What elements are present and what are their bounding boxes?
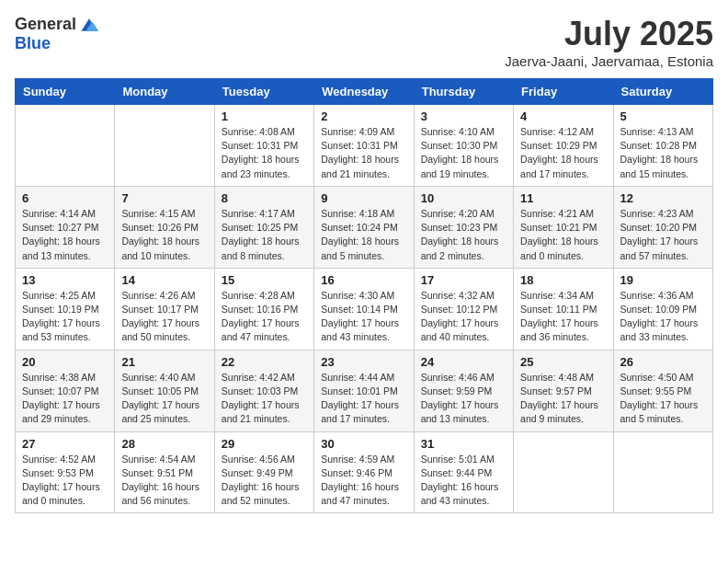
calendar-cell: 19Sunrise: 4:36 AM Sunset: 10:09 PM Dayl… bbox=[613, 268, 712, 350]
calendar-cell bbox=[514, 431, 613, 513]
day-number: 14 bbox=[121, 273, 207, 287]
day-number: 19 bbox=[620, 273, 706, 287]
day-number: 27 bbox=[22, 437, 108, 451]
calendar-week-row: 1Sunrise: 4:08 AM Sunset: 10:31 PM Dayli… bbox=[16, 105, 713, 187]
calendar-cell: 22Sunrise: 4:42 AM Sunset: 10:03 PM Dayl… bbox=[214, 350, 313, 431]
calendar-cell: 10Sunrise: 4:20 AM Sunset: 10:23 PM Dayl… bbox=[414, 186, 513, 268]
calendar-cell: 7Sunrise: 4:15 AM Sunset: 10:26 PM Dayli… bbox=[115, 186, 214, 268]
calendar-cell: 20Sunrise: 4:38 AM Sunset: 10:07 PM Dayl… bbox=[16, 350, 115, 431]
calendar-cell: 30Sunrise: 4:59 AM Sunset: 9:46 PM Dayli… bbox=[314, 431, 414, 513]
day-info: Sunrise: 4:50 AM Sunset: 9:55 PM Dayligh… bbox=[620, 371, 706, 427]
day-info: Sunrise: 4:48 AM Sunset: 9:57 PM Dayligh… bbox=[520, 371, 606, 427]
weekday-header-monday: Monday bbox=[115, 79, 214, 105]
calendar-table: SundayMondayTuesdayWednesdayThursdayFrid… bbox=[15, 78, 713, 513]
title-area: July 2025 Jaerva-Jaani, Jaervamaa, Eston… bbox=[505, 15, 713, 69]
day-number: 16 bbox=[321, 273, 406, 287]
calendar-cell: 21Sunrise: 4:40 AM Sunset: 10:05 PM Dayl… bbox=[115, 350, 214, 431]
calendar-cell: 27Sunrise: 4:52 AM Sunset: 9:53 PM Dayli… bbox=[16, 431, 115, 513]
day-number: 22 bbox=[222, 355, 307, 369]
weekday-header-thursday: Thursday bbox=[414, 79, 513, 105]
calendar-cell: 18Sunrise: 4:34 AM Sunset: 10:11 PM Dayl… bbox=[514, 268, 613, 350]
day-info: Sunrise: 4:59 AM Sunset: 9:46 PM Dayligh… bbox=[321, 453, 406, 509]
day-info: Sunrise: 4:17 AM Sunset: 10:25 PM Daylig… bbox=[222, 207, 307, 263]
day-info: Sunrise: 4:10 AM Sunset: 10:30 PM Daylig… bbox=[421, 125, 506, 181]
calendar-week-row: 13Sunrise: 4:25 AM Sunset: 10:19 PM Dayl… bbox=[16, 268, 713, 350]
day-info: Sunrise: 4:30 AM Sunset: 10:14 PM Daylig… bbox=[321, 289, 406, 345]
day-number: 17 bbox=[421, 273, 506, 287]
calendar-cell: 28Sunrise: 4:54 AM Sunset: 9:51 PM Dayli… bbox=[115, 431, 214, 513]
logo-icon bbox=[78, 17, 100, 33]
calendar-cell: 1Sunrise: 4:08 AM Sunset: 10:31 PM Dayli… bbox=[214, 105, 313, 187]
day-info: Sunrise: 4:52 AM Sunset: 9:53 PM Dayligh… bbox=[22, 453, 108, 509]
day-number: 26 bbox=[620, 355, 706, 369]
day-info: Sunrise: 4:18 AM Sunset: 10:24 PM Daylig… bbox=[321, 207, 406, 263]
calendar-cell: 2Sunrise: 4:09 AM Sunset: 10:31 PM Dayli… bbox=[314, 105, 414, 187]
month-title: July 2025 bbox=[505, 15, 713, 53]
day-info: Sunrise: 4:28 AM Sunset: 10:16 PM Daylig… bbox=[222, 289, 307, 345]
day-info: Sunrise: 4:42 AM Sunset: 10:03 PM Daylig… bbox=[222, 371, 307, 427]
day-info: Sunrise: 4:38 AM Sunset: 10:07 PM Daylig… bbox=[22, 371, 108, 427]
day-number: 21 bbox=[121, 355, 207, 369]
weekday-header-sunday: Sunday bbox=[16, 79, 115, 105]
day-info: Sunrise: 4:25 AM Sunset: 10:19 PM Daylig… bbox=[22, 289, 108, 345]
day-number: 5 bbox=[620, 109, 706, 123]
day-info: Sunrise: 4:20 AM Sunset: 10:23 PM Daylig… bbox=[421, 207, 506, 263]
calendar-cell: 3Sunrise: 4:10 AM Sunset: 10:30 PM Dayli… bbox=[414, 105, 513, 187]
day-number: 31 bbox=[421, 437, 506, 451]
day-number: 10 bbox=[421, 191, 506, 205]
day-number: 6 bbox=[22, 191, 108, 205]
calendar-cell: 23Sunrise: 4:44 AM Sunset: 10:01 PM Dayl… bbox=[314, 350, 414, 431]
calendar-cell: 26Sunrise: 4:50 AM Sunset: 9:55 PM Dayli… bbox=[613, 350, 712, 431]
day-number: 23 bbox=[321, 355, 406, 369]
calendar-cell bbox=[613, 431, 712, 513]
day-info: Sunrise: 4:14 AM Sunset: 10:27 PM Daylig… bbox=[22, 207, 108, 263]
location-title: Jaerva-Jaani, Jaervamaa, Estonia bbox=[505, 53, 713, 69]
day-number: 3 bbox=[421, 109, 506, 123]
day-number: 7 bbox=[121, 191, 207, 205]
calendar-cell bbox=[115, 105, 214, 187]
day-info: Sunrise: 4:54 AM Sunset: 9:51 PM Dayligh… bbox=[121, 453, 207, 509]
day-info: Sunrise: 5:01 AM Sunset: 9:44 PM Dayligh… bbox=[421, 453, 506, 509]
calendar-cell: 17Sunrise: 4:32 AM Sunset: 10:12 PM Dayl… bbox=[414, 268, 513, 350]
day-info: Sunrise: 4:15 AM Sunset: 10:26 PM Daylig… bbox=[121, 207, 207, 263]
calendar-cell: 16Sunrise: 4:30 AM Sunset: 10:14 PM Dayl… bbox=[314, 268, 414, 350]
day-number: 18 bbox=[520, 273, 606, 287]
day-number: 15 bbox=[222, 273, 307, 287]
calendar-cell: 29Sunrise: 4:56 AM Sunset: 9:49 PM Dayli… bbox=[214, 431, 313, 513]
calendar-week-row: 27Sunrise: 4:52 AM Sunset: 9:53 PM Dayli… bbox=[16, 431, 713, 513]
day-info: Sunrise: 4:12 AM Sunset: 10:29 PM Daylig… bbox=[520, 125, 606, 181]
day-number: 29 bbox=[222, 437, 307, 451]
day-info: Sunrise: 4:36 AM Sunset: 10:09 PM Daylig… bbox=[620, 289, 706, 345]
day-number: 8 bbox=[222, 191, 307, 205]
day-info: Sunrise: 4:40 AM Sunset: 10:05 PM Daylig… bbox=[121, 371, 207, 427]
calendar-cell: 5Sunrise: 4:13 AM Sunset: 10:28 PM Dayli… bbox=[613, 105, 712, 187]
day-number: 30 bbox=[321, 437, 406, 451]
weekday-header-tuesday: Tuesday bbox=[214, 79, 313, 105]
day-info: Sunrise: 4:34 AM Sunset: 10:11 PM Daylig… bbox=[520, 289, 606, 345]
day-number: 4 bbox=[520, 109, 606, 123]
day-info: Sunrise: 4:32 AM Sunset: 10:12 PM Daylig… bbox=[421, 289, 506, 345]
day-number: 28 bbox=[121, 437, 207, 451]
calendar-cell: 14Sunrise: 4:26 AM Sunset: 10:17 PM Dayl… bbox=[115, 268, 214, 350]
day-number: 12 bbox=[620, 191, 706, 205]
logo: General Blue bbox=[15, 15, 100, 53]
calendar-cell bbox=[16, 105, 115, 187]
calendar-cell: 24Sunrise: 4:46 AM Sunset: 9:59 PM Dayli… bbox=[414, 350, 513, 431]
calendar-week-row: 6Sunrise: 4:14 AM Sunset: 10:27 PM Dayli… bbox=[16, 186, 713, 268]
logo-general-text: General bbox=[15, 15, 76, 34]
day-info: Sunrise: 4:26 AM Sunset: 10:17 PM Daylig… bbox=[121, 289, 207, 345]
weekday-header-saturday: Saturday bbox=[613, 79, 712, 105]
day-info: Sunrise: 4:44 AM Sunset: 10:01 PM Daylig… bbox=[321, 371, 406, 427]
day-info: Sunrise: 4:46 AM Sunset: 9:59 PM Dayligh… bbox=[421, 371, 506, 427]
weekday-header-row: SundayMondayTuesdayWednesdayThursdayFrid… bbox=[16, 79, 713, 105]
day-number: 1 bbox=[222, 109, 307, 123]
calendar-cell: 8Sunrise: 4:17 AM Sunset: 10:25 PM Dayli… bbox=[214, 186, 313, 268]
calendar-cell: 9Sunrise: 4:18 AM Sunset: 10:24 PM Dayli… bbox=[314, 186, 414, 268]
calendar-cell: 6Sunrise: 4:14 AM Sunset: 10:27 PM Dayli… bbox=[16, 186, 115, 268]
day-number: 20 bbox=[22, 355, 108, 369]
day-number: 9 bbox=[321, 191, 406, 205]
calendar-cell: 25Sunrise: 4:48 AM Sunset: 9:57 PM Dayli… bbox=[514, 350, 613, 431]
day-number: 2 bbox=[321, 109, 406, 123]
day-number: 11 bbox=[520, 191, 606, 205]
logo-blue-text: Blue bbox=[15, 34, 51, 53]
